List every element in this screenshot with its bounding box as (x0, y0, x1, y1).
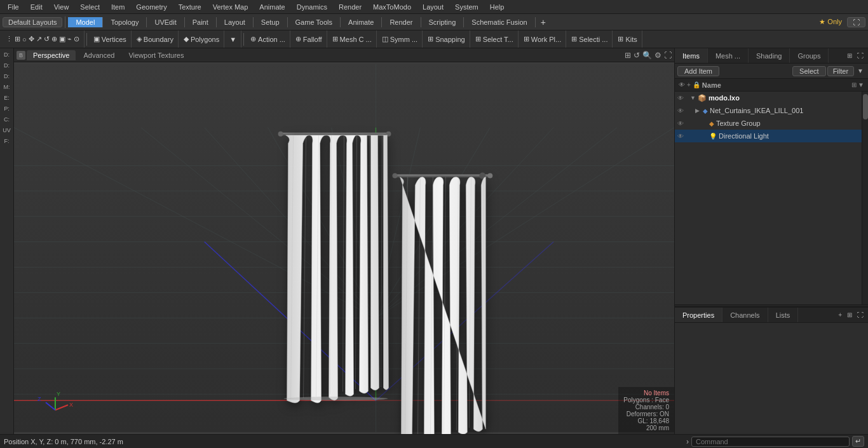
sidebar-btn-4[interactable]: M: (1, 82, 13, 92)
mode-dropdown[interactable]: ▼ (225, 31, 241, 48)
falloff-btn[interactable]: ⊕ Falloff (291, 31, 327, 48)
fit-icon[interactable]: ⊞ (625, 51, 631, 60)
props-tabs: Properties Channels Lists + ⊞ ⛶ (675, 308, 868, 323)
add-layout-btn[interactable]: + (537, 16, 550, 29)
menu-dynamics[interactable]: Dynamics (292, 2, 332, 12)
props-tab-channels[interactable]: Channels (722, 308, 768, 322)
col-sort-icon[interactable]: ⊞ (851, 81, 857, 88)
sidebar-btn-9[interactable]: F: (1, 136, 13, 146)
item-expand-2[interactable]: ▶ (695, 107, 703, 114)
sidebar-btn-5[interactable]: E: (1, 93, 13, 103)
menu-vertex-map[interactable]: Vertex Map (208, 2, 254, 12)
item-curtains[interactable]: 👁 ▶ ◆ Net_Curtains_IKEA_LILL_001 (675, 104, 862, 117)
boundary-btn[interactable]: ◈ Boundary (132, 31, 179, 48)
viewport[interactable]: B Perspective Advanced Viewport Textures… (14, 48, 674, 434)
tab-scripting[interactable]: Scripting (421, 17, 465, 27)
item-vis-3[interactable]: 👁 (677, 120, 688, 127)
tab-mesh[interactable]: Mesh ... (708, 48, 749, 63)
tab-render[interactable]: Render (382, 17, 421, 27)
items-arrow-btn[interactable]: ▼ (855, 67, 865, 75)
menu-animate[interactable]: Animate (254, 2, 290, 12)
kits-btn[interactable]: ⊞ Kits (613, 31, 642, 48)
tab-paint[interactable]: Paint (185, 17, 217, 27)
props-add-btn[interactable]: + (836, 311, 844, 319)
sidebar-btn-8[interactable]: UV (1, 125, 13, 135)
item-dir-light[interactable]: 👁 💡 Directional Light (675, 130, 862, 142)
menu-layout[interactable]: Layout (417, 2, 449, 12)
sidebar-btn-7[interactable]: C: (1, 114, 13, 125)
menu-item[interactable]: Item (106, 2, 130, 12)
tab-setup[interactable]: Setup (254, 17, 288, 27)
add-item-btn[interactable]: Add Item (677, 66, 719, 76)
menu-select[interactable]: Select (75, 2, 105, 12)
tab-layout[interactable]: Layout (217, 17, 254, 27)
scrollbar-thumb[interactable] (863, 94, 868, 119)
tab-game-tools[interactable]: Game Tools (288, 17, 341, 27)
symm-btn[interactable]: ◫ Symm ... (377, 31, 423, 48)
panel-expand-btn[interactable]: ⛶ (855, 51, 865, 60)
tab-schematic-fusion[interactable]: Schematic Fusion (464, 17, 535, 27)
default-layouts-btn[interactable]: Default Layouts (3, 17, 62, 27)
item-expand-1[interactable]: ▼ (690, 95, 698, 101)
tab-shading[interactable]: Shading (749, 48, 790, 63)
sidebar-btn-2[interactable]: D: (1, 60, 13, 71)
props-tab-properties[interactable]: Properties (675, 308, 722, 322)
props-collapse-btn[interactable]: ⊞ (845, 311, 854, 319)
menu-file[interactable]: File (3, 2, 24, 12)
fullscreen-btn[interactable]: ⛶ (847, 17, 865, 27)
search-icon[interactable]: 🔍 (642, 51, 652, 60)
menu-texture[interactable]: Texture (173, 2, 207, 12)
vp-tab-advanced[interactable]: Advanced (77, 50, 121, 60)
tab-items[interactable]: Items (675, 48, 708, 63)
item-texture-group[interactable]: 👁 ◆ Texture Group (675, 117, 862, 130)
menu-maxtomode[interactable]: MaxToModo (368, 2, 416, 12)
props-expand-btn[interactable]: ⛶ (855, 311, 865, 319)
tab-model[interactable]: Model (68, 17, 103, 27)
menu-help[interactable]: Help (485, 2, 510, 12)
menu-system[interactable]: System (450, 2, 484, 12)
item-modo-lxo[interactable]: 👁 ▼ 📦 modo.lxo (675, 92, 862, 104)
settings-icon[interactable]: ⚙ (654, 51, 661, 60)
items-scrollbar[interactable] (862, 92, 868, 304)
sidebar-btn-1[interactable]: D: (1, 50, 13, 60)
item-vis-2[interactable]: 👁 (677, 107, 688, 114)
canvas-area[interactable]: X Y Z (14, 62, 674, 434)
viewport-options-btn[interactable]: B (17, 51, 25, 60)
viewport-controls: ⊞ ↺ 🔍 ⚙ ⛶ (625, 51, 672, 60)
menu-geometry[interactable]: Geometry (131, 2, 172, 12)
items-list[interactable]: 👁 ▼ 📦 modo.lxo 👁 ▶ ◆ Net_Curtains_IKEA_L… (675, 92, 862, 304)
tab-animate[interactable]: Animate (341, 17, 382, 27)
expand-icon[interactable]: ⛶ (664, 51, 672, 60)
menu-render[interactable]: Render (334, 2, 367, 12)
snapping-btn[interactable]: ⊞ Snapping (423, 31, 470, 48)
menu-view[interactable]: View (49, 2, 74, 12)
sidebar-btn-6[interactable]: P: (1, 104, 13, 114)
vp-tab-viewport-textures[interactable]: Viewport Textures (122, 50, 190, 60)
command-arrow: › (686, 437, 689, 446)
vertices-btn[interactable]: ▣ Vertices (89, 31, 132, 48)
action-btn[interactable]: ⊕ Action ... (246, 31, 290, 48)
polygons-btn[interactable]: ◆ Polygons (179, 31, 224, 48)
col-filter-icon[interactable]: ▼ (858, 81, 864, 88)
filter-btn[interactable]: Filter (827, 66, 854, 76)
mode-toggle[interactable]: ⋮ ⊞ ○ ✥ ↗ ↺ ⊕ ▣ ⌁ ⊙ (1, 31, 85, 48)
mesh-btn[interactable]: ⊞ Mesh C ... (328, 31, 377, 48)
command-enter-btn[interactable]: ↵ (852, 436, 864, 447)
sidebar-btn-3[interactable]: D: (1, 71, 13, 81)
left-sidebar: D: D: D: M: E: P: C: UV F: (0, 48, 14, 434)
selecti-btn[interactable]: ⊞ Selecti ... (567, 31, 613, 48)
menu-edit[interactable]: Edit (25, 2, 48, 12)
tab-groups[interactable]: Groups (790, 48, 829, 63)
tab-topology[interactable]: Topology (103, 17, 147, 27)
props-tab-lists[interactable]: Lists (768, 308, 799, 322)
command-input[interactable] (691, 437, 850, 447)
work-plane-btn[interactable]: ⊞ Work Pl... (519, 31, 566, 48)
select-btn[interactable]: Select (792, 66, 826, 76)
item-vis-4[interactable]: 👁 (677, 133, 688, 140)
tab-uvedit[interactable]: UVEdit (147, 17, 184, 27)
panel-collapse-btn[interactable]: ⊞ (845, 51, 854, 60)
select-t-btn[interactable]: ⊞ Select T... (471, 31, 519, 48)
item-vis-1[interactable]: 👁 (677, 95, 688, 102)
refresh-icon[interactable]: ↺ (634, 51, 640, 60)
vp-tab-perspective[interactable]: Perspective (27, 50, 76, 60)
